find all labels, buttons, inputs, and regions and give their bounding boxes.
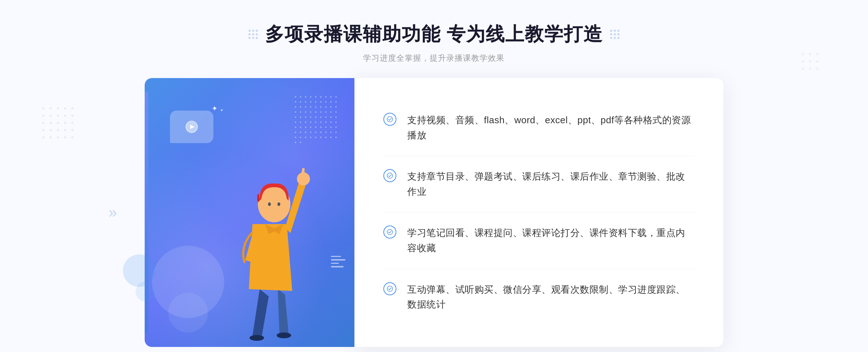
left-chevron-icon: » xyxy=(109,204,117,221)
main-title: 多项录播课辅助功能 专为线上教学打造 xyxy=(265,22,603,47)
svg-point-2 xyxy=(57,107,59,110)
svg-point-6 xyxy=(50,115,52,117)
svg-point-12 xyxy=(57,122,59,124)
feature-item-2: 支持章节目录、弹题考试、课后练习、课后作业、章节测验、批改作业 xyxy=(383,156,694,213)
svg-point-40 xyxy=(268,202,271,206)
feature-item-4: 互动弹幕、试听购买、微信分享、观看次数限制、学习进度跟踪、数据统计 xyxy=(383,269,694,325)
svg-point-22 xyxy=(57,136,59,138)
svg-point-5 xyxy=(42,115,44,117)
page-wrapper: 多项录播课辅助功能 专为线上教学打造 学习进度全掌握，提升录播课教学效果 » xyxy=(0,0,868,352)
feature-text-1: 支持视频、音频、flash、word、excel、ppt、pdf等各种格式的资源… xyxy=(407,113,694,143)
svg-point-1 xyxy=(50,107,52,110)
play-icon xyxy=(185,120,198,133)
content-area: » xyxy=(145,78,723,347)
svg-point-37 xyxy=(277,332,291,338)
svg-point-30 xyxy=(816,60,818,63)
svg-point-20 xyxy=(42,136,44,138)
header-title-row: 多项录播课辅助功能 专为线上教学打造 xyxy=(248,22,620,47)
svg-point-16 xyxy=(50,129,52,131)
feature-item-3: 学习笔记回看、课程提问、课程评论打分、课件资料下载，重点内容收藏 xyxy=(383,213,694,269)
svg-point-29 xyxy=(809,60,811,63)
svg-point-8 xyxy=(64,115,66,117)
check-icon-3 xyxy=(383,226,396,239)
sparkle-icon-1: ✦ xyxy=(212,104,218,113)
svg-point-33 xyxy=(816,68,818,70)
sparkle-icon-2: ✦ xyxy=(220,108,224,113)
svg-point-43 xyxy=(387,173,393,179)
svg-point-4 xyxy=(71,107,73,110)
illustration-panel: ✦ ✦ xyxy=(145,78,354,347)
subtitle: 学习进度全掌握，提升录播课教学效果 xyxy=(248,53,620,64)
feature-text-4: 互动弹幕、试听购买、微信分享、观看次数限制、学习进度跟踪、数据统计 xyxy=(407,282,694,312)
svg-point-3 xyxy=(64,107,66,110)
svg-point-36 xyxy=(250,335,264,341)
illus-dots-grid xyxy=(295,96,338,143)
feature-item-1: 支持视频、音频、flash、word、excel、ppt、pdf等各种格式的资源… xyxy=(383,100,694,156)
svg-point-25 xyxy=(802,53,804,55)
svg-point-44 xyxy=(387,229,393,235)
svg-point-41 xyxy=(277,202,280,206)
svg-point-26 xyxy=(809,53,811,55)
svg-point-13 xyxy=(64,122,66,124)
svg-point-31 xyxy=(802,68,804,70)
ext-circle-deco-2 xyxy=(136,282,156,301)
svg-point-15 xyxy=(42,129,44,131)
svg-point-38 xyxy=(297,172,310,185)
person-illustration xyxy=(213,137,336,347)
play-bubble xyxy=(170,111,213,143)
svg-point-21 xyxy=(50,136,52,138)
svg-point-19 xyxy=(71,129,73,131)
svg-point-28 xyxy=(802,60,804,63)
feature-text-2: 支持章节目录、弹题考试、课后练习、课后作业、章节测验、批改作业 xyxy=(407,169,694,199)
svg-point-10 xyxy=(42,122,44,124)
features-panel: 支持视频、音频、flash、word、excel、ppt、pdf等各种格式的资源… xyxy=(354,78,723,347)
left-decorative-dots xyxy=(248,30,258,39)
svg-point-42 xyxy=(387,117,393,122)
feature-text-3: 学习笔记回看、课程提问、课程评论打分、课件资料下载，重点内容收藏 xyxy=(407,226,694,256)
check-icon-2 xyxy=(383,169,396,182)
svg-point-18 xyxy=(64,129,66,131)
svg-point-7 xyxy=(57,115,59,117)
svg-point-0 xyxy=(42,107,44,110)
svg-point-17 xyxy=(57,129,59,131)
svg-point-45 xyxy=(387,286,393,291)
check-icon-1 xyxy=(383,113,396,126)
svg-point-9 xyxy=(71,115,73,117)
svg-point-27 xyxy=(816,53,818,55)
svg-point-24 xyxy=(71,136,73,138)
ext-circle-deco-1 xyxy=(123,254,156,287)
circle-deco-2 xyxy=(168,293,208,332)
svg-point-32 xyxy=(809,68,811,70)
svg-point-14 xyxy=(71,122,73,124)
svg-point-11 xyxy=(50,122,52,124)
check-icon-4 xyxy=(383,282,396,295)
right-decorative-dots xyxy=(610,30,620,39)
header-section: 多项录播课辅助功能 专为线上教学打造 学习进度全掌握，提升录播课教学效果 xyxy=(248,0,620,78)
svg-point-23 xyxy=(64,136,66,138)
